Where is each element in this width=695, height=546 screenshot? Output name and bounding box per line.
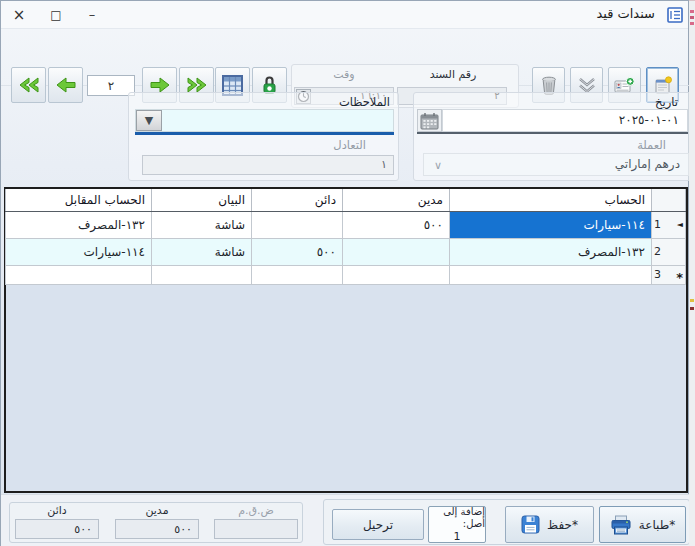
- grid-row-1: ◄1 ١١٤-سيارات ٥٠٠ شاشة ١٣٢-المصرف: [6, 211, 686, 238]
- cell-account[interactable]: [450, 265, 652, 284]
- arrow-left-icon: [55, 76, 77, 94]
- cell-statement[interactable]: شاشة: [152, 211, 252, 238]
- calendar-icon: [420, 112, 439, 130]
- column-header-counter-account[interactable]: الحساب المقابل: [6, 189, 152, 211]
- doc-number-label: رقم السند: [397, 68, 509, 81]
- date-value: ٢٠٢٥-٠١-٠١: [619, 113, 679, 127]
- currency-label: العملة: [637, 138, 666, 152]
- print-button[interactable]: طباعة*: [599, 506, 686, 543]
- dropdown-triangle-icon: ▼: [145, 114, 153, 127]
- date-label: تاريخ: [655, 95, 678, 109]
- row-number: 2: [654, 245, 661, 258]
- grid-header-row: الحساب مدين دائن البيان الحساب المقابل: [6, 189, 686, 211]
- save-floppy-icon: [521, 515, 540, 534]
- cell-account[interactable]: ١٣٢-المصرف: [450, 238, 652, 265]
- minimize-button[interactable]: –: [77, 4, 107, 26]
- cell-credit[interactable]: [252, 211, 343, 238]
- close-button[interactable]: ×: [4, 4, 34, 26]
- title-bar: سندات قيد × □ –: [1, 1, 688, 29]
- row-number: 1: [654, 218, 661, 231]
- row-header-1[interactable]: ◄1: [652, 211, 686, 238]
- row-header-2[interactable]: 2: [652, 238, 686, 265]
- add-to-asset-label: إضافة إلى أصل:: [429, 506, 485, 530]
- row-selector-header[interactable]: [652, 189, 686, 211]
- column-header-credit[interactable]: دائن: [252, 189, 343, 211]
- printer-icon: [610, 515, 632, 535]
- chevron-down-icon: ∨: [434, 159, 442, 172]
- current-row-marker-icon: ◄: [677, 220, 683, 229]
- currency-value: درهم إماراتي: [615, 157, 680, 171]
- debit-total-label: مدين: [115, 504, 199, 517]
- credit-total-field: ٥٠٠: [15, 519, 99, 539]
- window-title: سندات قيد: [596, 6, 655, 21]
- cell-debit[interactable]: [343, 265, 450, 284]
- actions-group: ترحيل إضافة إلى أصل: 1 حفظ*: [323, 499, 690, 545]
- add-to-asset-value: 1: [454, 530, 461, 543]
- totals-group: ض.ق.م مدين ٥٠٠ دائن ٥٠٠: [9, 502, 303, 543]
- credit-total-label: دائن: [15, 504, 99, 517]
- notes-dropdown-button[interactable]: ▼: [136, 110, 162, 131]
- cell-counter-account[interactable]: [6, 265, 152, 284]
- add-to-asset-button[interactable]: إضافة إلى أصل: 1: [428, 506, 486, 543]
- cell-credit[interactable]: ٥٠٠: [252, 238, 343, 265]
- notes-input[interactable]: [161, 110, 393, 131]
- post-button-label: ترحيل: [363, 517, 393, 532]
- grid-row-2: 2 ١٣٢-المصرف ٥٠٠ شاشة ١١٤-سيارات: [6, 238, 686, 265]
- parity-label: التعادل: [333, 138, 366, 152]
- save-button[interactable]: حفظ*: [505, 506, 594, 543]
- notes-underline: [135, 132, 394, 135]
- cell-counter-account[interactable]: ١٣٢-المصرف: [6, 211, 152, 238]
- cell-statement[interactable]: شاشة: [152, 238, 252, 265]
- date-underline: [417, 132, 688, 134]
- double-chevron-down-icon: [578, 77, 596, 94]
- entries-grid: الحساب مدين دائن البيان الحساب المقابل ◄…: [4, 187, 688, 493]
- card-plus-icon: [614, 77, 635, 94]
- background-window-edge: [689, 0, 695, 546]
- footer-bar: ض.ق.م مدين ٥٠٠ دائن ٥٠٠ ترحيل إضافة إلى …: [1, 494, 690, 546]
- debit-total-value: ٥٠٠: [174, 523, 192, 536]
- print-button-label: طباعة*: [639, 517, 675, 532]
- column-header-statement[interactable]: البيان: [152, 189, 252, 211]
- currency-select[interactable]: درهم إماراتي ∨: [423, 153, 689, 176]
- new-row-marker-icon: *: [676, 268, 683, 282]
- date-group: تاريخ ٢٠٢٥-٠١-٠١ العملة درهم إم: [413, 92, 691, 181]
- debit-total-field: ٥٠٠: [115, 519, 199, 539]
- row-header-3[interactable]: *3: [652, 265, 686, 284]
- calendar-button[interactable]: [417, 109, 442, 132]
- column-header-account[interactable]: الحساب: [450, 189, 652, 211]
- vat-field: [214, 519, 298, 539]
- parity-field: ١: [142, 155, 394, 175]
- credit-total-value: ٥٠٠: [74, 523, 92, 536]
- cell-credit[interactable]: [252, 265, 343, 284]
- journal-voucher-window: سندات قيد × □ –: [0, 0, 689, 546]
- time-label: وقت: [294, 68, 394, 81]
- post-button[interactable]: ترحيل: [332, 509, 424, 540]
- date-field[interactable]: ٢٠٢٥-٠١-٠١: [442, 109, 688, 132]
- double-arrow-left-icon: [17, 76, 41, 94]
- column-header-debit[interactable]: مدين: [343, 189, 450, 211]
- toolbar: رقم السند ٢ وقت ١٦:١٠: [1, 29, 690, 86]
- cell-debit[interactable]: ٥٠٠: [343, 211, 450, 238]
- vat-label: ض.ق.م: [214, 504, 298, 517]
- cell-account-selected[interactable]: ١١٤-سيارات: [450, 211, 652, 238]
- notes-group: الملاحظات ▼ التعادل ١: [128, 92, 399, 181]
- grid-row-new: *3: [6, 265, 686, 284]
- cell-statement[interactable]: [152, 265, 252, 284]
- cell-debit[interactable]: [343, 238, 450, 265]
- notes-label: الملاحظات: [339, 95, 390, 109]
- notes-field[interactable]: ▼: [135, 109, 394, 132]
- first-record-button[interactable]: [11, 67, 46, 103]
- previous-record-button[interactable]: [48, 67, 83, 103]
- save-button-label: حفظ*: [547, 517, 578, 532]
- journal-document-icon: [667, 7, 683, 23]
- row-number: 3: [654, 268, 661, 281]
- parity-value: ١: [381, 158, 387, 171]
- cell-counter-account[interactable]: ١١٤-سيارات: [6, 238, 152, 265]
- maximize-button[interactable]: □: [41, 4, 71, 26]
